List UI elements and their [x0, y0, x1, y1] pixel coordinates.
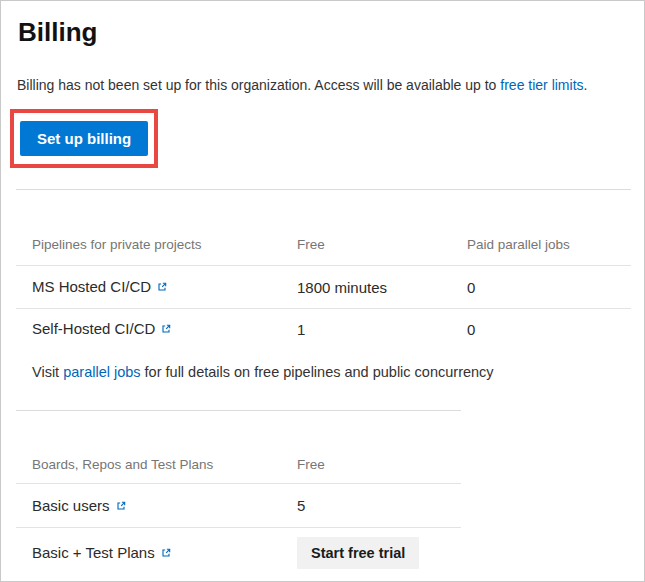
boards-table-header-row: Boards, Repos and Test Plans Free [16, 411, 461, 484]
paid-value: 0 [467, 321, 631, 338]
column-header-paid-parallel-jobs: Paid parallel jobs [467, 237, 631, 252]
annotation-highlight-box: Set up billing [10, 109, 158, 168]
page-title: Billing [18, 17, 644, 47]
set-up-billing-button[interactable]: Set up billing [20, 121, 148, 156]
intro-text-before: Billing has not been set up for this org… [17, 77, 500, 93]
row-label: MS Hosted CI/CD [32, 278, 151, 295]
parallel-jobs-note: Visit parallel jobs for full details on … [32, 364, 644, 380]
row-label: Basic + Test Plans [32, 544, 155, 561]
free-value: 1800 minutes [297, 279, 467, 296]
row-label: Basic users [32, 497, 110, 514]
row-label-cell: MS Hosted CI/CD [16, 278, 297, 296]
intro-text: Billing has not been set up for this org… [17, 76, 628, 94]
parallel-jobs-link[interactable]: parallel jobs [63, 364, 140, 380]
external-link-icon[interactable] [160, 321, 172, 338]
external-link-icon[interactable] [156, 279, 168, 296]
table-row: MS Hosted CI/CD 1800 minutes 0 [16, 266, 631, 309]
row-label-cell: Self-Hosted CI/CD [16, 320, 297, 338]
row-label: Self-Hosted CI/CD [32, 320, 155, 337]
column-header-free: Free [297, 237, 467, 252]
pipelines-table: Pipelines for private projects Free Paid… [16, 190, 631, 349]
pipelines-table-header-row: Pipelines for private projects Free Paid… [16, 190, 631, 266]
boards-table: Boards, Repos and Test Plans Free Basic … [16, 410, 461, 578]
free-tier-limits-link[interactable]: free tier limits [500, 77, 583, 93]
trial-button-cell: Start free trial [297, 537, 461, 569]
column-header-boards: Boards, Repos and Test Plans [16, 457, 297, 472]
row-label-cell: Basic + Test Plans [16, 544, 297, 562]
paid-value: 0 [467, 279, 631, 296]
column-header-pipelines: Pipelines for private projects [16, 237, 297, 252]
intro-text-after: . [584, 77, 588, 93]
note-text-after: for full details on free pipelines and p… [141, 364, 494, 380]
external-link-icon[interactable] [160, 545, 172, 562]
column-header-free: Free [297, 457, 461, 472]
table-row: Self-Hosted CI/CD 1 0 [16, 309, 631, 349]
row-label-cell: Basic users [16, 497, 297, 515]
table-row: Basic + Test Plans Start free trial [16, 528, 461, 578]
free-value: 5 [297, 497, 461, 514]
start-free-trial-button[interactable]: Start free trial [297, 537, 419, 569]
external-link-icon[interactable] [115, 498, 127, 515]
note-text-before: Visit [32, 364, 63, 380]
table-row: Basic users 5 [16, 484, 461, 528]
free-value: 1 [297, 321, 467, 338]
billing-page: Billing Billing has not been set up for … [0, 0, 645, 582]
